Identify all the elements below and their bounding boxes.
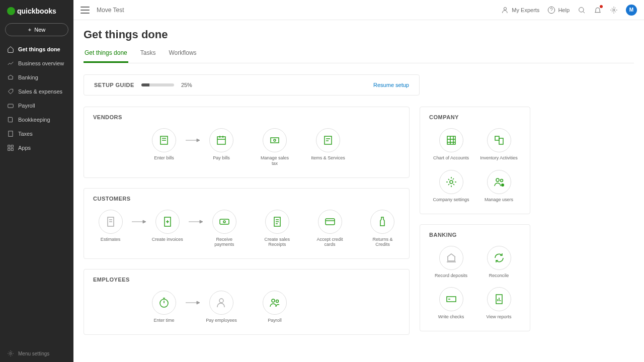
logo-icon — [7, 7, 15, 15]
sidebar-item-taxes[interactable]: Taxes — [0, 127, 73, 141]
svg-marker-20 — [143, 220, 146, 223]
pay-bills-item[interactable]: Pay bills — [204, 128, 239, 161]
sidebar-item-business-overview[interactable]: Business overview — [0, 56, 73, 70]
menu-toggle-icon[interactable] — [80, 7, 90, 14]
svg-marker-13 — [197, 139, 200, 142]
svg-marker-31 — [197, 301, 200, 304]
sidebar-item-apps[interactable]: Apps — [0, 141, 73, 155]
payroll-item[interactable]: Payroll — [257, 291, 292, 323]
arrow-right-icon — [186, 291, 200, 315]
menu-settings[interactable]: Menu settings — [0, 345, 73, 362]
flow-label: Enter bills — [154, 155, 174, 161]
flow-label: Items & Services — [311, 155, 345, 161]
setup-guide-card: SETUP GUIDE 25% Resume setup — [84, 74, 420, 96]
svg-rect-0 — [8, 104, 14, 108]
pay-employees-item[interactable]: Pay employees — [204, 291, 239, 323]
employees-card: EMPLOYEES Enter time Pay employees — [84, 269, 410, 335]
flow-label: Enter time — [153, 318, 174, 323]
sidebar-item-get-things-done[interactable]: Get things done — [0, 42, 73, 56]
svg-point-34 — [276, 300, 279, 303]
flow-label: Record deposits — [435, 273, 467, 279]
create-invoices-item[interactable]: Create invoices — [150, 210, 185, 242]
svg-point-16 — [274, 139, 276, 141]
inventory-item[interactable]: Inventory Activities — [477, 128, 521, 161]
logo[interactable]: quickbooks — [0, 4, 73, 20]
sidebar-item-bookkeeping[interactable]: Bookkeeping — [0, 113, 73, 127]
svg-rect-17 — [325, 136, 332, 144]
flow-label: Receive payments — [207, 237, 242, 248]
company-name: Move Test — [97, 7, 124, 14]
svg-marker-23 — [200, 220, 203, 223]
view-reports-item[interactable]: View reports — [477, 287, 521, 320]
enter-bills-item[interactable]: Enter bills — [146, 128, 182, 161]
check-icon — [439, 287, 463, 311]
avatar[interactable]: M — [626, 5, 637, 16]
company-settings-item[interactable]: Company settings — [429, 170, 473, 203]
record-deposits-item[interactable]: Record deposits — [429, 246, 473, 279]
svg-point-33 — [272, 299, 275, 302]
sidebar-item-banking[interactable]: Banking — [0, 70, 73, 84]
svg-point-10 — [613, 9, 615, 11]
report-icon — [487, 287, 511, 311]
svg-rect-4 — [8, 148, 10, 150]
svg-rect-1 — [9, 131, 13, 137]
svg-point-40 — [500, 179, 503, 182]
sidebar-item-sales-expenses[interactable]: Sales & expenses — [0, 84, 73, 99]
manage-users-item[interactable]: Manage users — [477, 170, 521, 203]
flow-label: Create invoices — [152, 237, 183, 242]
svg-point-41 — [501, 184, 504, 187]
sidebar-item-label: Apps — [18, 145, 31, 151]
search-icon[interactable] — [578, 6, 586, 14]
help-icon — [547, 6, 555, 14]
gear-icon — [439, 170, 463, 194]
sidebar-item-payroll[interactable]: Payroll — [0, 99, 73, 113]
notifications-icon[interactable] — [594, 6, 602, 14]
flow-label: View reports — [487, 314, 512, 320]
new-button[interactable]: + New — [5, 23, 68, 36]
tab-label: Get things done — [85, 49, 127, 56]
svg-rect-24 — [220, 219, 229, 224]
tab-tasks[interactable]: Tasks — [139, 46, 157, 63]
sidebar: quickbooks + New Get things done Busines… — [0, 0, 73, 362]
arrow-right-icon — [189, 210, 203, 234]
bill-icon — [152, 128, 176, 152]
svg-rect-35 — [447, 136, 455, 144]
tab-get-things-done[interactable]: Get things done — [84, 46, 128, 63]
flow-label: Create sales Receipts — [260, 237, 294, 248]
svg-rect-3 — [11, 145, 13, 147]
reconcile-item[interactable]: Reconcile — [477, 246, 521, 279]
settings-gear-icon[interactable] — [610, 6, 618, 14]
topbar: Move Test My Experts Help M — [73, 0, 644, 20]
help-link[interactable]: Help — [547, 6, 570, 14]
items-services-item[interactable]: Items & Services — [310, 128, 346, 161]
manage-sales-tax-item[interactable]: Manage sales tax — [257, 128, 292, 166]
tab-workflows[interactable]: Workflows — [168, 46, 197, 63]
estimates-item[interactable]: Estimates — [93, 210, 128, 242]
avatar-initial: M — [629, 7, 633, 13]
setup-progress-percent: 25% — [181, 82, 192, 88]
chart-icon — [7, 60, 14, 67]
invoice-plus-icon — [155, 210, 180, 234]
flow-label: Pay bills — [213, 155, 230, 161]
my-experts-link[interactable]: My Experts — [501, 6, 539, 14]
sidebar-item-label: Banking — [18, 74, 38, 80]
flow-label: Reconcile — [489, 273, 509, 279]
tag-icon — [7, 88, 14, 95]
stopwatch-icon — [152, 291, 176, 315]
enter-time-item[interactable]: Enter time — [146, 291, 182, 323]
receipt-icon — [265, 210, 289, 234]
svg-point-25 — [223, 221, 225, 223]
sales-receipts-item[interactable]: Create sales Receipts — [260, 210, 294, 248]
flow-label: Payroll — [268, 318, 282, 323]
flow-label: Chart of Accounts — [433, 155, 469, 161]
chart-of-accounts-item[interactable]: Chart of Accounts — [429, 128, 473, 161]
resume-setup-link[interactable]: Resume setup — [373, 82, 409, 88]
svg-point-7 — [504, 7, 507, 10]
plus-icon: + — [28, 27, 31, 33]
receive-payments-item[interactable]: Receive payments — [207, 210, 242, 248]
accept-cards-item[interactable]: Accept credit cards — [312, 210, 347, 248]
tab-label: Tasks — [140, 49, 156, 56]
returns-credits-item[interactable]: Returns & Credits — [365, 210, 400, 248]
credit-card-icon — [318, 210, 342, 234]
write-checks-item[interactable]: Write checks — [429, 287, 473, 320]
